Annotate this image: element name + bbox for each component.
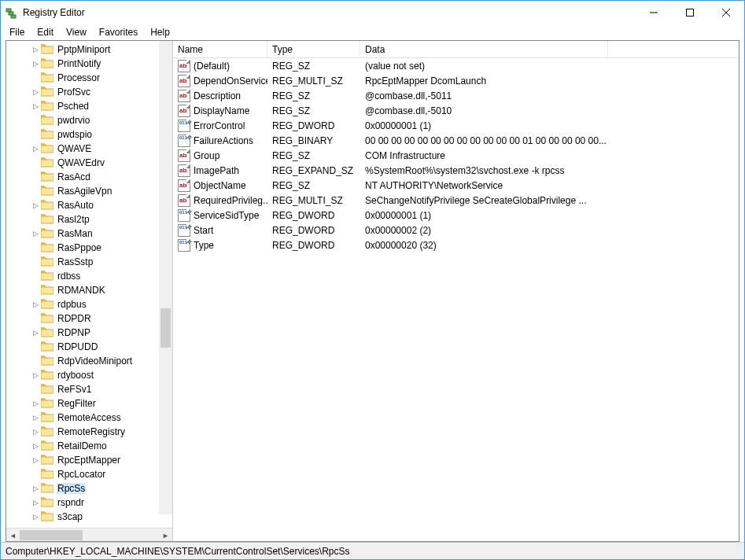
tree-item-label: RpcSs <box>57 483 86 494</box>
tree-item[interactable]: RasAgileVpn <box>6 184 172 198</box>
tree-item[interactable]: RDMANDK <box>6 283 172 297</box>
value-row[interactable]: DependOnServiceREG_MULTI_SZRpcEptMapper … <box>173 73 739 88</box>
titlebar[interactable]: Registry Editor <box>1 1 744 24</box>
value-data: 0x00000002 (2) <box>360 225 739 236</box>
tree-item[interactable]: ▷RasMan <box>6 227 172 241</box>
scrollbar-thumb[interactable] <box>20 530 83 540</box>
folder-icon <box>41 171 53 183</box>
maximize-button[interactable] <box>672 1 708 24</box>
value-row[interactable]: ErrorControlREG_DWORD0x00000001 (1) <box>173 118 739 133</box>
value-row[interactable]: ObjectNameREG_SZNT AUTHORITY\NetworkServ… <box>173 178 739 193</box>
expander-icon[interactable]: ▷ <box>30 370 41 381</box>
tree-item[interactable]: ▷rdpbus <box>6 297 172 311</box>
tree-item[interactable]: ▷rdyboost <box>6 368 172 382</box>
tree-item[interactable]: ▷QWAVE <box>6 142 172 156</box>
tree-item[interactable]: ▷RpcEptMapper <box>6 453 172 467</box>
expander-icon[interactable]: ▷ <box>30 101 41 112</box>
tree-item[interactable]: ReFSv1 <box>6 382 172 396</box>
expander-icon <box>30 115 41 126</box>
value-data: 0x00000020 (32) <box>360 240 739 251</box>
tree-item[interactable]: ▷RegFilter <box>6 396 172 411</box>
menu-view[interactable]: View <box>61 26 92 39</box>
tree-item[interactable]: ▷ProfSvc <box>6 85 172 99</box>
values-pane: Name Type Data (Default)REG_SZ(value not… <box>173 41 739 541</box>
svg-rect-0 <box>6 9 11 12</box>
tree-item[interactable]: RdpVideoMiniport <box>6 354 172 368</box>
column-type[interactable]: Type <box>267 41 360 57</box>
value-type: REG_MULTI_SZ <box>267 195 360 206</box>
menu-file[interactable]: File <box>4 26 30 39</box>
scroll-left-icon[interactable]: ◄ <box>6 529 20 542</box>
column-name[interactable]: Name <box>173 41 267 57</box>
expander-icon <box>30 171 41 182</box>
tree-item[interactable]: ▷PrintNotify <box>6 57 172 71</box>
tree-item-label: RasAuto <box>57 200 94 211</box>
value-row[interactable]: FailureActionsREG_BINARY00 00 00 00 00 0… <box>173 133 739 148</box>
tree-item[interactable]: ▷RasAuto <box>6 198 172 212</box>
menu-help[interactable]: Help <box>145 26 175 39</box>
value-row[interactable]: DisplayNameREG_SZ@combase.dll,-5010 <box>173 103 739 118</box>
tree-item[interactable]: RDPUDD <box>6 340 172 354</box>
value-row[interactable]: (Default)REG_SZ(value not set) <box>173 58 739 73</box>
value-data: NT AUTHORITY\NetworkService <box>360 180 739 191</box>
tree-item[interactable]: RpcLocator <box>6 467 172 481</box>
expander-icon[interactable]: ▷ <box>30 327 41 338</box>
tree-item[interactable]: ▷RetailDemo <box>6 439 172 453</box>
svg-rect-2 <box>11 15 16 18</box>
tree-item[interactable]: RasPppoe <box>6 241 172 255</box>
tree-item[interactable]: ▷RemoteRegistry <box>6 425 172 439</box>
value-row[interactable]: ServiceSidTypeREG_DWORD0x00000001 (1) <box>173 208 739 223</box>
value-row[interactable]: StartREG_DWORD0x00000002 (2) <box>173 223 739 238</box>
tree-item[interactable]: pwdspio <box>6 127 172 142</box>
tree-scroll[interactable]: ▷PptpMiniport▷PrintNotifyProcessor▷ProfS… <box>6 41 172 528</box>
expander-icon[interactable]: ▷ <box>30 497 41 508</box>
expander-icon[interactable]: ▷ <box>30 87 41 98</box>
string-value-icon <box>178 194 190 207</box>
expander-icon[interactable]: ▷ <box>30 398 41 409</box>
value-row[interactable]: GroupREG_SZCOM Infrastructure <box>173 148 739 163</box>
expander-icon[interactable]: ▷ <box>30 483 41 494</box>
tree-vertical-scrollbar[interactable] <box>159 41 172 514</box>
expander-icon[interactable]: ▷ <box>30 440 41 451</box>
value-row[interactable]: DescriptionREG_SZ@combase.dll,-5011 <box>173 88 739 103</box>
expander-icon[interactable]: ▷ <box>30 412 41 423</box>
tree-horizontal-scrollbar[interactable]: ◄ ► <box>6 528 172 541</box>
expander-icon[interactable]: ▷ <box>30 299 41 310</box>
value-row[interactable]: RequiredPrivileg...REG_MULTI_SZSeChangeN… <box>173 193 739 208</box>
tree-item[interactable]: Rasl2tp <box>6 212 172 227</box>
close-button[interactable] <box>708 1 744 24</box>
string-value-icon <box>178 75 190 87</box>
tree-item[interactable]: ▷RpcSs <box>6 481 172 496</box>
value-row[interactable]: ImagePathREG_EXPAND_SZ%SystemRoot%\syste… <box>173 163 739 178</box>
scroll-right-icon[interactable]: ► <box>159 529 172 542</box>
tree-item[interactable]: rdbss <box>6 269 172 283</box>
tree-item[interactable]: ▷RDPNP <box>6 326 172 340</box>
minimize-button[interactable] <box>636 1 672 24</box>
tree-item[interactable]: RasSstp <box>6 255 172 269</box>
tree-item[interactable]: ▷Psched <box>6 99 172 113</box>
expander-icon[interactable]: ▷ <box>30 143 41 154</box>
expander-icon[interactable]: ▷ <box>30 455 41 466</box>
tree-item[interactable]: Processor <box>6 71 172 85</box>
expander-icon[interactable]: ▷ <box>30 511 41 522</box>
tree-item[interactable]: ▷s3cap <box>6 510 172 524</box>
expander-icon[interactable]: ▷ <box>30 200 41 211</box>
tree-item[interactable]: ▷RemoteAccess <box>6 411 172 425</box>
list-body[interactable]: (Default)REG_SZ(value not set)DependOnSe… <box>173 58 739 252</box>
tree-item[interactable]: pwdrvio <box>6 113 172 127</box>
scrollbar-thumb[interactable] <box>160 308 171 348</box>
tree-item[interactable]: RasAcd <box>6 170 172 184</box>
tree-item[interactable]: ▷rspndr <box>6 496 172 510</box>
expander-icon[interactable]: ▷ <box>30 44 41 55</box>
value-row[interactable]: TypeREG_DWORD0x00000020 (32) <box>173 238 739 252</box>
expander-icon[interactable]: ▷ <box>30 426 41 437</box>
expander-icon[interactable]: ▷ <box>30 58 41 69</box>
folder-icon <box>41 100 53 112</box>
column-data[interactable]: Data <box>360 41 608 57</box>
menu-favorites[interactable]: Favorites <box>94 26 143 39</box>
tree-item[interactable]: QWAVEdrv <box>6 156 172 170</box>
expander-icon[interactable]: ▷ <box>30 228 41 239</box>
tree-item[interactable]: ▷PptpMiniport <box>6 42 172 57</box>
menu-edit[interactable]: Edit <box>31 26 59 39</box>
tree-item[interactable]: RDPDR <box>6 311 172 326</box>
